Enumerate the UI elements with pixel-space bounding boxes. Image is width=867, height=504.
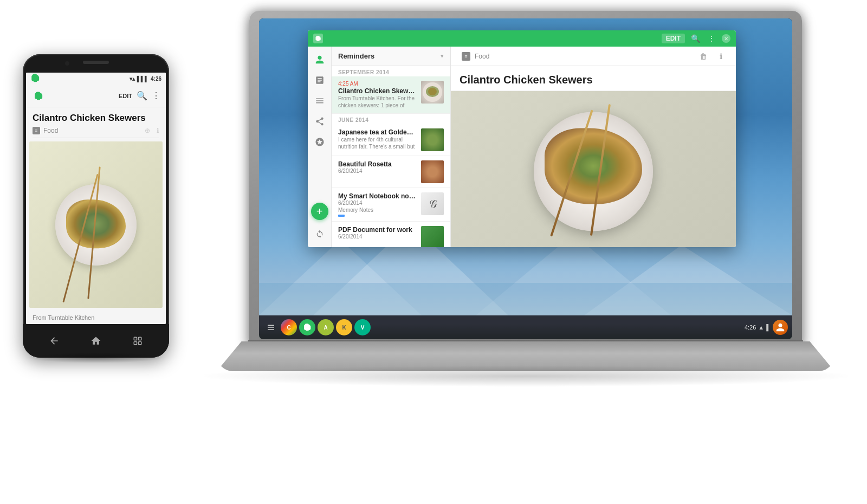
ev-search-button[interactable]: 🔍: [689, 33, 701, 44]
ev-note-thumb-pdf: [421, 226, 444, 247]
ev-note-text-rosetta: Beautiful Rosetta 6/20/2014: [338, 160, 417, 183]
ev-logo-icon: [313, 34, 323, 43]
ev-sidebar-sync[interactable]: [311, 225, 328, 243]
phone-speaker: [83, 61, 109, 64]
svg-rect-0: [134, 337, 137, 340]
ev-list-body[interactable]: SEPTEMBER 2014 4:25 AM Cilantro Chicken …: [332, 66, 450, 247]
phone-time: 4:26: [151, 76, 161, 82]
phone-signal-icon: ▌▌▌: [137, 76, 148, 82]
taskbar-status-icons: ▲ ▌: [758, 324, 771, 331]
phone-screen: ▾▴ ▌▌▌ 4:26 EDIT 🔍 ⋮ Cilantro Chicken Sk…: [26, 73, 166, 324]
ev-note-date-cilantro: 4:25 AM: [338, 81, 417, 87]
ev-thumb-doc-img: [421, 226, 444, 247]
ev-sidebar-account[interactable]: [311, 51, 328, 68]
ev-body: + Reminders ▾: [308, 47, 736, 247]
taskbar-wifi-icon: ▲: [758, 324, 764, 331]
svg-point-11: [428, 88, 437, 95]
ev-info-icon[interactable]: ℹ: [714, 50, 727, 63]
ev-note-item-tea[interactable]: Japanese tea at Golden Gate Park I came …: [332, 124, 450, 156]
svg-rect-2: [134, 342, 137, 345]
ev-sidebar-tags[interactable]: [311, 133, 328, 151]
ev-note-item-rosetta[interactable]: Beautiful Rosetta 6/20/2014: [332, 156, 450, 188]
phone-status-bar: ▾▴ ▌▌▌ 4:26: [26, 73, 166, 85]
ev-note-title-cilantro: Cilantro Chicken Skewers: [338, 87, 417, 95]
phone-edit-button[interactable]: EDIT: [119, 93, 132, 99]
phone-toolbar: EDIT 🔍 ⋮: [26, 85, 166, 107]
evernote-window: EDIT 🔍 ⋮ ✕: [308, 30, 736, 247]
ev-sidebar-shared[interactable]: [311, 113, 328, 130]
phone-divider: [33, 138, 159, 138]
ev-sidebar-notes[interactable]: [311, 72, 328, 89]
taskbar-app-grid-icon[interactable]: [263, 320, 279, 335]
ev-note-indicator: [338, 215, 345, 217]
chromeos-desktop: EDIT 🔍 ⋮ ✕: [259, 18, 792, 339]
ev-delete-icon[interactable]: 🗑: [697, 50, 710, 63]
taskbar-battery-icon: ▌: [766, 324, 771, 331]
taskbar-time: 4:26: [745, 324, 756, 331]
phone-recent-button[interactable]: [130, 333, 145, 348]
phone-back-button[interactable]: [47, 333, 62, 348]
taskbar-vine-icon[interactable]: V: [354, 319, 371, 335]
svg-rect-1: [138, 337, 141, 340]
ev-note-title-notebook: My Smart Notebook notes: [338, 192, 417, 200]
chromeos-taskbar: C A K V 4:26 ▲ ▌: [259, 315, 792, 339]
ev-sidebar-notebooks[interactable]: [311, 92, 328, 109]
ev-titlebar: EDIT 🔍 ⋮ ✕: [308, 30, 736, 47]
phone-more-icon[interactable]: ⋮: [152, 91, 160, 101]
ev-list-header: Reminders ▾: [332, 47, 450, 66]
ev-note-preview-cilantro: From Turntable Kitchen. For the chicken …: [338, 95, 417, 109]
taskbar-keep-icon[interactable]: K: [336, 319, 352, 335]
ev-more-button[interactable]: ⋮: [706, 33, 717, 44]
phone-home-button[interactable]: [88, 333, 103, 348]
phone-wifi-icon: ▾▴: [130, 76, 135, 82]
ev-thumb-coffee-img: [421, 160, 444, 183]
ev-note-thumb-tea: [421, 128, 444, 151]
ev-thumb-tea-img: [421, 128, 444, 151]
ev-section-september: SEPTEMBER 2014: [332, 66, 450, 76]
ev-note-item-notebook[interactable]: My Smart Notebook notes 6/20/2014 Memory…: [332, 188, 450, 222]
ev-note-thumb-cilantro: [421, 81, 444, 104]
ev-note-tag-area: ≡ Food: [460, 52, 491, 61]
phone-tag-label: Food: [43, 127, 58, 134]
ev-content-tag-icon: ≡: [462, 52, 470, 61]
ev-list-count: ▾: [441, 53, 444, 60]
taskbar-chrome-icon[interactable]: C: [281, 319, 297, 335]
laptop-screen-bezel: EDIT 🔍 ⋮ ✕: [259, 18, 792, 339]
laptop-lid: EDIT 🔍 ⋮ ✕: [249, 11, 802, 347]
phone-body: ▾▴ ▌▌▌ 4:26 EDIT 🔍 ⋮ Cilantro Chicken Sk…: [23, 54, 169, 358]
ev-section-june: JUNE 2014: [332, 114, 450, 124]
ev-note-item-cilantro[interactable]: 4:25 AM Cilantro Chicken Skewers From Tu…: [332, 76, 450, 114]
taskbar-evernote-icon[interactable]: [299, 319, 315, 335]
phone-shadow: [28, 352, 164, 363]
phone-camera: [65, 61, 69, 66]
ev-note-text-notebook: My Smart Notebook notes 6/20/2014 Memory…: [338, 192, 417, 217]
ev-close-button[interactable]: ✕: [722, 34, 730, 43]
phone-status-right: ▾▴ ▌▌▌ 4:26: [130, 76, 161, 82]
ev-note-title-pdf: PDF Document for work: [338, 226, 417, 234]
ev-add-note-button[interactable]: +: [311, 203, 328, 220]
phone-search-icon[interactable]: 🔍: [137, 91, 147, 101]
ev-note-date-notebook: 6/20/2014: [338, 200, 417, 206]
ev-sidebar: +: [308, 47, 332, 247]
phone-evernote-logo: [30, 73, 40, 85]
taskbar-user-avatar[interactable]: [773, 320, 788, 335]
phone-tag-icon: ≡: [33, 127, 40, 134]
ev-edit-button[interactable]: EDIT: [662, 34, 685, 43]
phone-device: ▾▴ ▌▌▌ 4:26 EDIT 🔍 ⋮ Cilantro Chicken Sk…: [23, 54, 169, 358]
phone-share-icon: ⊕: [145, 127, 150, 134]
ev-note-title-rosetta: Beautiful Rosetta: [338, 160, 417, 168]
ev-content-note-title: Cilantro Chicken Skewers: [451, 66, 736, 91]
phone-evernote-icon: [31, 89, 46, 103]
svg-rect-8: [259, 283, 792, 315]
ev-thumb-food-img: [421, 81, 444, 104]
ev-note-item-pdf[interactable]: PDF Document for work 6/20/2014: [332, 222, 450, 247]
ev-note-image-area: [451, 91, 736, 247]
phone-info-icon: ℹ: [157, 127, 159, 134]
ev-note-toolbar: ≡ Food 🗑 ℹ: [451, 47, 736, 66]
laptop-shadow: [195, 365, 856, 387]
ev-note-text-cilantro: 4:25 AM Cilantro Chicken Skewers From Tu…: [338, 81, 417, 109]
phone-note-image: [29, 141, 163, 308]
ev-note-title-tea: Japanese tea at Golden Gate Park: [338, 128, 417, 136]
ev-note-thumb-notebook: 𝒢: [421, 192, 444, 215]
taskbar-android-icon[interactable]: A: [318, 319, 334, 335]
